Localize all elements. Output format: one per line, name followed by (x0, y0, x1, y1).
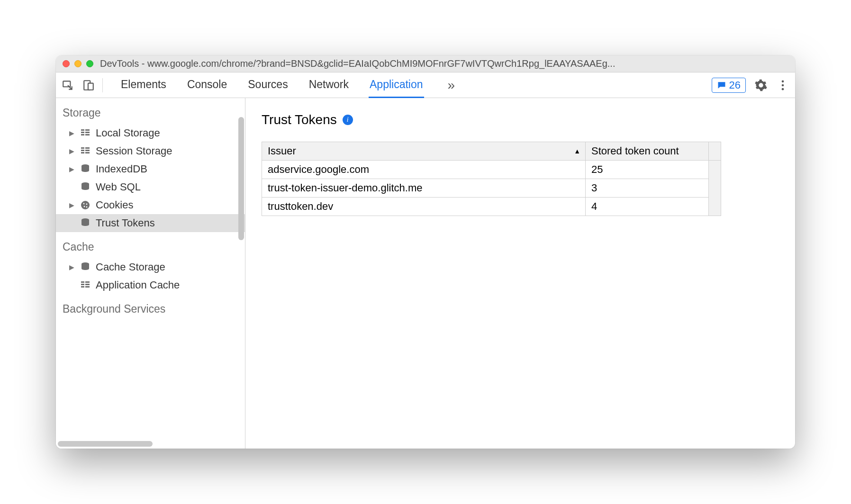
svg-rect-31 (81, 286, 84, 288)
titlebar: DevTools - www.google.com/chrome/?brand=… (56, 55, 795, 72)
sort-asc-icon: ▲ (574, 147, 580, 155)
grid-icon (80, 279, 91, 291)
inspect-icon[interactable] (62, 79, 74, 91)
sidebar-item-label: Cookies (96, 199, 133, 211)
sidebar-section-cache: Cache (56, 232, 245, 258)
tab-console[interactable]: Console (186, 72, 228, 98)
devtools-window: DevTools - www.google.com/chrome/?brand=… (56, 55, 795, 449)
svg-rect-28 (85, 281, 90, 283)
sidebar-hscrollbar[interactable] (58, 441, 153, 447)
close-icon[interactable] (63, 60, 70, 67)
svg-rect-13 (85, 147, 90, 149)
issues-count: 26 (729, 79, 741, 91)
tab-application[interactable]: Application (369, 72, 424, 98)
svg-point-20 (81, 201, 90, 209)
column-header-issuer[interactable]: Issuer ▲ (262, 142, 586, 161)
svg-rect-12 (81, 147, 84, 149)
trust-tokens-table: Issuer ▲ Stored token count adservice.go… (262, 142, 721, 216)
sidebar-item-label: Trust Tokens (96, 217, 155, 229)
expand-icon[interactable]: ▶ (69, 129, 75, 137)
table-row[interactable]: adservice.google.com 25 (262, 161, 721, 179)
svg-rect-16 (81, 152, 84, 153)
svg-point-3 (782, 80, 784, 82)
sidebar-item-label: Web SQL (96, 181, 141, 193)
cell-count: 4 (586, 198, 709, 216)
sidebar-item-label: Cache Storage (96, 261, 165, 273)
cell-issuer: adservice.google.com (262, 161, 586, 179)
svg-rect-32 (85, 286, 90, 288)
expand-icon[interactable]: ▶ (69, 147, 75, 155)
svg-rect-2 (88, 83, 93, 90)
cookie-icon (80, 199, 91, 211)
sidebar-section-background-services: Background Services (56, 294, 245, 320)
trust-tokens-panel: Trust Tokens i Issuer ▲ Stored token cou… (245, 98, 795, 449)
sidebar-item-session-storage[interactable]: ▶ Session Storage (56, 142, 245, 160)
svg-point-24 (86, 207, 88, 208)
sidebar-item-local-storage[interactable]: ▶ Local Storage (56, 124, 245, 142)
svg-rect-27 (81, 281, 84, 283)
toolbar-separator (102, 78, 103, 92)
sidebar-item-websql[interactable]: ▶ Web SQL (56, 178, 245, 196)
devtools-toolbar: Elements Console Sources Network Applica… (56, 72, 795, 98)
tab-elements[interactable]: Elements (120, 72, 167, 98)
svg-rect-6 (81, 129, 84, 131)
cell-issuer: trusttoken.dev (262, 198, 586, 216)
cell-count: 25 (586, 161, 709, 179)
sidebar-item-cache-storage[interactable]: ▶ Cache Storage (56, 258, 245, 276)
sidebar-item-application-cache[interactable]: ▶ Application Cache (56, 276, 245, 294)
svg-rect-15 (85, 150, 90, 151)
settings-icon[interactable] (754, 79, 768, 92)
svg-rect-7 (85, 129, 90, 131)
cell-issuer: trust-token-issuer-demo.glitch.me (262, 179, 586, 198)
minimize-icon[interactable] (74, 60, 81, 67)
svg-point-4 (782, 84, 784, 86)
page-title: Trust Tokens i (262, 112, 779, 127)
database-icon (80, 261, 91, 273)
sidebar-item-indexeddb[interactable]: ▶ IndexedDB (56, 160, 245, 178)
svg-rect-14 (81, 150, 84, 151)
traffic-lights (63, 60, 93, 67)
device-toolbar-icon[interactable] (82, 79, 95, 91)
window-title: DevTools - www.google.com/chrome/?brand=… (100, 58, 615, 69)
expand-icon[interactable]: ▶ (69, 201, 75, 209)
expand-icon[interactable]: ▶ (69, 263, 75, 271)
database-icon (80, 163, 91, 175)
sidebar-item-label: IndexedDB (96, 163, 147, 175)
panel-tabs: Elements Console Sources Network Applica… (120, 72, 709, 98)
column-header-count[interactable]: Stored token count (586, 142, 709, 161)
svg-rect-9 (85, 132, 90, 133)
table-row[interactable]: trusttoken.dev 4 (262, 198, 721, 216)
sidebar-section-storage: Storage (56, 98, 245, 124)
svg-rect-29 (81, 284, 84, 285)
tab-network[interactable]: Network (308, 72, 350, 98)
sidebar-item-label: Session Storage (96, 145, 172, 157)
svg-rect-11 (85, 134, 90, 135)
expand-icon[interactable]: ▶ (69, 165, 75, 173)
svg-rect-0 (63, 81, 70, 87)
zoom-icon[interactable] (86, 60, 93, 67)
issues-badge[interactable]: 26 (712, 78, 746, 93)
application-sidebar[interactable]: Storage ▶ Local Storage ▶ Session Storag… (56, 98, 245, 449)
table-row[interactable]: trust-token-issuer-demo.glitch.me 3 (262, 179, 721, 198)
svg-point-5 (782, 88, 784, 90)
sidebar-item-cookies[interactable]: ▶ Cookies (56, 196, 245, 214)
svg-point-22 (86, 204, 88, 205)
grid-icon (80, 145, 91, 157)
more-tabs-icon[interactable]: » (443, 78, 460, 93)
row-spacer (709, 161, 721, 216)
cell-count: 3 (586, 179, 709, 198)
more-options-icon[interactable] (776, 79, 789, 92)
svg-rect-10 (81, 134, 84, 135)
svg-rect-30 (85, 284, 90, 285)
sidebar-item-label: Local Storage (96, 127, 160, 139)
grid-icon (80, 127, 91, 139)
svg-point-21 (83, 203, 85, 205)
database-icon (80, 181, 91, 193)
svg-rect-8 (81, 132, 84, 133)
svg-rect-17 (85, 152, 90, 153)
svg-point-23 (84, 206, 85, 207)
sidebar-item-trust-tokens[interactable]: ▶ Trust Tokens (56, 214, 245, 232)
info-icon[interactable]: i (343, 115, 353, 125)
sidebar-scrollbar[interactable] (236, 98, 245, 278)
tab-sources[interactable]: Sources (247, 72, 289, 98)
